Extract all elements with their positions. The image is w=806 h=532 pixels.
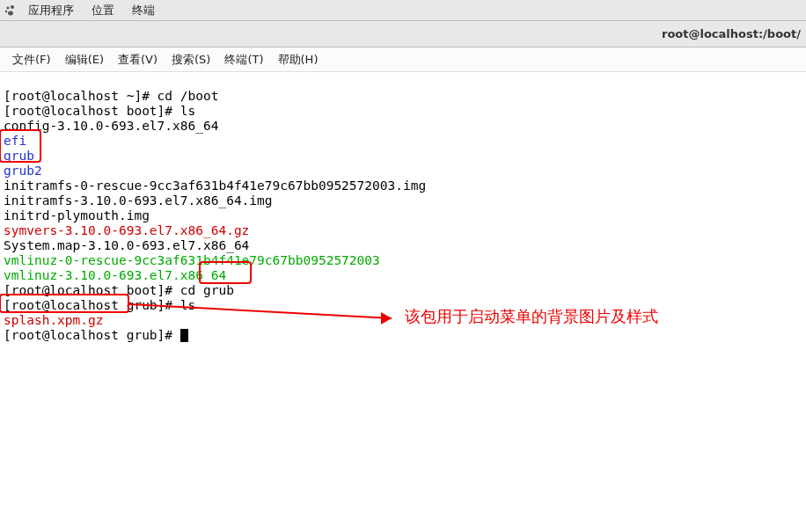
- terminal-cursor: [180, 329, 188, 342]
- window-title: root@localhost:/boot/: [662, 27, 801, 40]
- annotation-text: 该包用于启动菜单的背景图片及样式: [405, 310, 658, 324]
- gnome-logo-icon: [4, 4, 16, 17]
- window-titlebar: root@localhost:/boot/: [0, 21, 806, 47]
- svg-point-3: [8, 11, 13, 15]
- prompt-line: [root@localhost boot]# ls: [4, 104, 195, 118]
- prompt-line: [root@localhost grub]# ls: [4, 298, 195, 312]
- dir-entry-efi: efi: [4, 134, 26, 148]
- terminal-menubar: 文件(F) 编辑(E) 查看(V) 搜索(S) 终端(T) 帮助(H): [0, 47, 806, 72]
- menu-terminal[interactable]: 终端(T): [217, 52, 270, 68]
- file-entry: initramfs-3.10.0-693.el7.x86_64.img: [4, 193, 273, 208]
- file-entry-splash: splash.xpm.gz: [4, 313, 104, 327]
- svg-point-2: [5, 10, 7, 11]
- file-entry: config-3.10.0-693.el7.x86_64: [4, 119, 218, 133]
- dir-entry-grub2: grub2: [4, 164, 42, 178]
- file-entry: initramfs-0-rescue-9cc3af631b4f41e79c67b…: [4, 179, 426, 193]
- topbar-locations[interactable]: 位置: [83, 3, 123, 18]
- file-entry: System.map-3.10.0-693.el7.x86_64: [4, 238, 249, 252]
- prompt-line: [root@localhost boot]# cd grub: [4, 283, 234, 297]
- menu-search[interactable]: 搜索(S): [165, 52, 217, 68]
- dir-entry-grub: grub: [4, 149, 34, 163]
- menu-edit[interactable]: 编辑(E): [58, 52, 111, 68]
- file-entry-vmlinuz: vmlinuz-0-rescue-9cc3af631b4f41e79c67bb0…: [4, 253, 380, 267]
- menu-file[interactable]: 文件(F): [5, 52, 58, 68]
- topbar-applications[interactable]: 应用程序: [19, 3, 83, 18]
- prompt-line: [root@localhost ~]# cd /boot: [4, 89, 218, 103]
- terminal-body[interactable]: [root@localhost ~]# cd /boot [root@local…: [0, 72, 806, 479]
- topbar-terminal[interactable]: 终端: [123, 3, 164, 18]
- file-entry-vmlinuz: vmlinuz-3.10.0-693.el7.x86_64: [4, 268, 226, 282]
- file-entry-gz: symvers-3.10.0-693.el7.x86_64.gz: [4, 223, 249, 237]
- menu-help[interactable]: 帮助(H): [271, 52, 326, 68]
- file-entry: initrd-plymouth.img: [4, 208, 150, 222]
- gnome-topbar: 应用程序 位置 终端: [0, 0, 806, 21]
- svg-marker-5: [381, 312, 392, 324]
- menu-view[interactable]: 查看(V): [111, 52, 165, 68]
- prompt-line: [root@localhost grub]#: [4, 328, 188, 342]
- svg-point-1: [7, 6, 10, 9]
- svg-point-0: [11, 5, 14, 9]
